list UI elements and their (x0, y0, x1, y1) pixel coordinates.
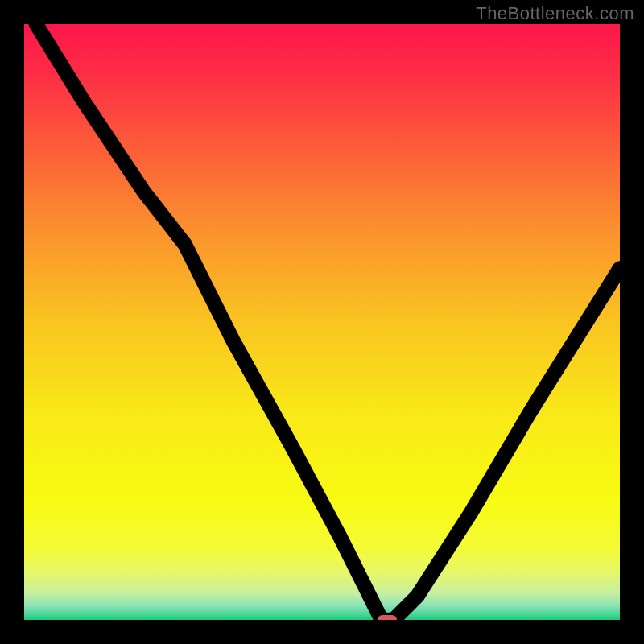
chart-frame: TheBottleneck.com (0, 0, 644, 644)
minimum-marker (378, 615, 397, 620)
curve-path (36, 24, 620, 620)
bottleneck-curve (24, 24, 620, 620)
plot-area (24, 24, 620, 620)
watermark-text: TheBottleneck.com (476, 3, 634, 24)
